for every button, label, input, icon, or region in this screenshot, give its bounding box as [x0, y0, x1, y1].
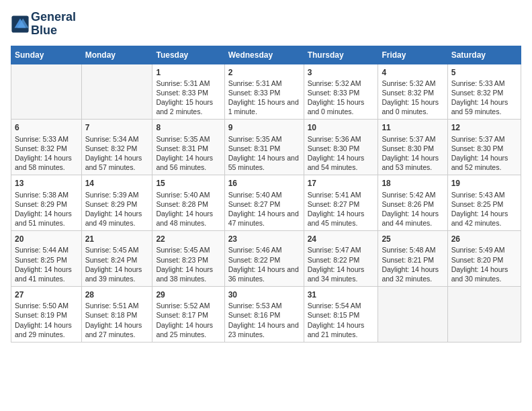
sunset: Sunset: 8:29 PM	[85, 200, 138, 208]
daylight: Daylight: 14 hours and 58 minutes.	[15, 154, 72, 171]
day-number: 15	[156, 178, 220, 189]
calendar-cell: 21Sunrise: 5:45 AMSunset: 8:24 PMDayligh…	[81, 231, 152, 287]
daylight: Daylight: 14 hours and 54 minutes.	[308, 154, 365, 171]
day-number: 11	[382, 122, 443, 133]
sunrise: Sunrise: 5:35 AM	[156, 135, 210, 143]
day-number: 24	[308, 234, 375, 244]
sunset: Sunset: 8:28 PM	[156, 200, 208, 208]
day-number: 30	[228, 289, 300, 300]
col-header-tuesday: Tuesday	[152, 46, 224, 64]
sunrise: Sunrise: 5:36 AM	[308, 135, 361, 143]
day-number: 9	[228, 122, 300, 133]
sunrise: Sunrise: 5:48 AM	[382, 246, 435, 254]
sunset: Sunset: 8:31 PM	[228, 144, 281, 152]
day-number: 23	[228, 234, 300, 244]
sunset: Sunset: 8:32 PM	[85, 144, 138, 152]
daylight: Daylight: 15 hours and 1 minute.	[228, 98, 299, 116]
calendar-cell	[11, 64, 82, 120]
daylight: Daylight: 14 hours and 47 minutes.	[228, 210, 299, 227]
day-number: 26	[451, 234, 517, 244]
daylight: Daylight: 14 hours and 38 minutes.	[156, 265, 213, 283]
day-number: 14	[85, 178, 149, 189]
sunset: Sunset: 8:18 PM	[85, 311, 138, 319]
sunrise: Sunrise: 5:33 AM	[15, 135, 69, 143]
sunset: Sunset: 8:25 PM	[451, 200, 504, 208]
sunset: Sunset: 8:23 PM	[156, 256, 208, 264]
calendar-cell: 17Sunrise: 5:41 AMSunset: 8:27 PMDayligh…	[304, 175, 378, 231]
sunset: Sunset: 8:32 PM	[451, 89, 504, 97]
daylight: Daylight: 15 hours and 0 minutes.	[382, 98, 439, 116]
calendar-cell: 5Sunrise: 5:33 AMSunset: 8:32 PMDaylight…	[447, 64, 521, 120]
calendar-cell: 27Sunrise: 5:50 AMSunset: 8:19 PMDayligh…	[11, 287, 82, 342]
sunset: Sunset: 8:33 PM	[228, 89, 281, 97]
sunset: Sunset: 8:22 PM	[228, 256, 281, 264]
logo-icon	[11, 15, 30, 34]
logo-text-line2: Blue	[31, 24, 76, 38]
daylight: Daylight: 14 hours and 42 minutes.	[451, 210, 508, 227]
calendar-cell	[81, 64, 152, 120]
sunrise: Sunrise: 5:43 AM	[451, 191, 505, 199]
sunset: Sunset: 8:27 PM	[228, 200, 281, 208]
daylight: Daylight: 14 hours and 21 minutes.	[308, 321, 365, 338]
day-number: 29	[156, 289, 220, 300]
col-header-wednesday: Wednesday	[224, 46, 304, 64]
sunset: Sunset: 8:32 PM	[382, 89, 434, 97]
sunrise: Sunrise: 5:41 AM	[308, 191, 361, 199]
logo-text-line1: General	[31, 11, 76, 24]
calendar-cell	[447, 287, 521, 342]
sunset: Sunset: 8:30 PM	[451, 144, 504, 152]
calendar-cell: 15Sunrise: 5:40 AMSunset: 8:28 PMDayligh…	[152, 175, 224, 231]
daylight: Daylight: 14 hours and 23 minutes.	[228, 321, 299, 338]
calendar-cell: 12Sunrise: 5:37 AMSunset: 8:30 PMDayligh…	[447, 120, 521, 175]
day-number: 19	[451, 178, 517, 189]
calendar-cell: 20Sunrise: 5:44 AMSunset: 8:25 PMDayligh…	[11, 231, 82, 287]
calendar-week-2: 6Sunrise: 5:33 AMSunset: 8:32 PMDaylight…	[11, 120, 521, 175]
sunrise: Sunrise: 5:49 AM	[451, 246, 505, 254]
calendar-cell: 6Sunrise: 5:33 AMSunset: 8:32 PMDaylight…	[11, 120, 82, 175]
sunrise: Sunrise: 5:37 AM	[382, 135, 435, 143]
sunset: Sunset: 8:29 PM	[15, 200, 67, 208]
day-number: 18	[382, 178, 443, 189]
daylight: Daylight: 14 hours and 36 minutes.	[228, 265, 299, 283]
col-header-saturday: Saturday	[447, 46, 521, 64]
daylight: Daylight: 15 hours and 2 minutes.	[156, 98, 213, 116]
day-number: 22	[156, 234, 220, 244]
day-number: 3	[308, 67, 375, 78]
col-header-thursday: Thursday	[304, 46, 378, 64]
daylight: Daylight: 14 hours and 49 minutes.	[85, 210, 142, 227]
calendar-cell: 24Sunrise: 5:47 AMSunset: 8:22 PMDayligh…	[304, 231, 378, 287]
calendar-cell: 28Sunrise: 5:51 AMSunset: 8:18 PMDayligh…	[81, 287, 152, 342]
sunrise: Sunrise: 5:44 AM	[15, 246, 69, 254]
calendar-cell: 14Sunrise: 5:39 AMSunset: 8:29 PMDayligh…	[81, 175, 152, 231]
sunset: Sunset: 8:24 PM	[85, 256, 138, 264]
calendar-cell: 22Sunrise: 5:45 AMSunset: 8:23 PMDayligh…	[152, 231, 224, 287]
day-number: 6	[15, 122, 78, 133]
calendar-cell: 25Sunrise: 5:48 AMSunset: 8:21 PMDayligh…	[378, 231, 447, 287]
calendar-cell: 26Sunrise: 5:49 AMSunset: 8:20 PMDayligh…	[447, 231, 521, 287]
calendar-cell: 13Sunrise: 5:38 AMSunset: 8:29 PMDayligh…	[11, 175, 82, 231]
daylight: Daylight: 14 hours and 56 minutes.	[156, 154, 213, 171]
col-header-friday: Friday	[378, 46, 447, 64]
sunset: Sunset: 8:20 PM	[451, 256, 504, 264]
day-number: 13	[15, 178, 78, 189]
day-number: 7	[85, 122, 149, 133]
col-header-sunday: Sunday	[11, 46, 82, 64]
calendar-cell: 2Sunrise: 5:31 AMSunset: 8:33 PMDaylight…	[224, 64, 304, 120]
sunrise: Sunrise: 5:37 AM	[451, 135, 505, 143]
day-number: 12	[451, 122, 517, 133]
sunset: Sunset: 8:17 PM	[156, 311, 208, 319]
day-number: 20	[15, 234, 78, 244]
sunrise: Sunrise: 5:31 AM	[228, 79, 282, 87]
calendar-header-row: SundayMondayTuesdayWednesdayThursdayFrid…	[11, 46, 521, 64]
daylight: Daylight: 14 hours and 51 minutes.	[15, 210, 72, 227]
daylight: Daylight: 14 hours and 48 minutes.	[156, 210, 213, 227]
day-number: 28	[85, 289, 149, 300]
calendar-cell: 4Sunrise: 5:32 AMSunset: 8:32 PMDaylight…	[378, 64, 447, 120]
sunrise: Sunrise: 5:47 AM	[308, 246, 361, 254]
calendar-cell: 11Sunrise: 5:37 AMSunset: 8:30 PMDayligh…	[378, 120, 447, 175]
sunset: Sunset: 8:26 PM	[382, 200, 434, 208]
calendar-week-5: 27Sunrise: 5:50 AMSunset: 8:19 PMDayligh…	[11, 287, 521, 342]
day-number: 27	[15, 289, 78, 300]
calendar-week-3: 13Sunrise: 5:38 AMSunset: 8:29 PMDayligh…	[11, 175, 521, 231]
calendar-cell: 9Sunrise: 5:35 AMSunset: 8:31 PMDaylight…	[224, 120, 304, 175]
